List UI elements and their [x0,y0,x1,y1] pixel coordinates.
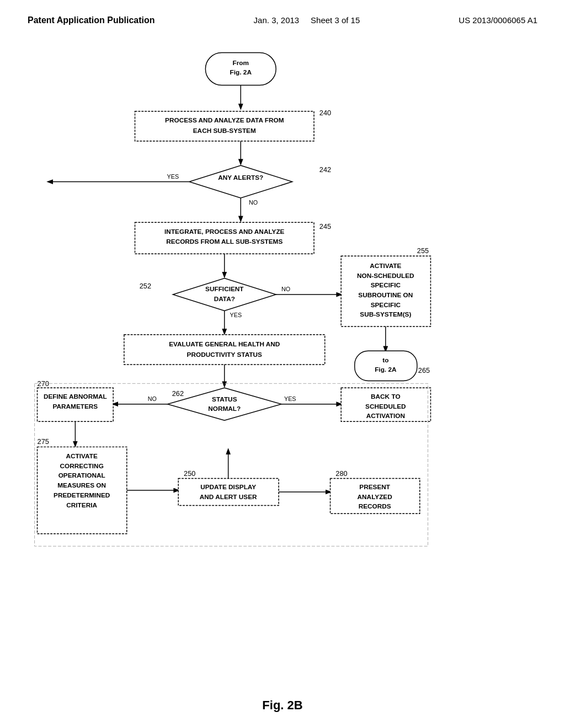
node-245-text1: INTEGRATE, PROCESS AND ANALYZE [164,228,285,235]
yes-label-252: YES [230,312,242,318]
label-255: 255 [417,247,429,255]
to-fig-line2: Fig. 2A [375,366,397,373]
node-275-text6: CRITERIA [66,501,97,509]
to-fig-line1: to [382,356,388,364]
node-250-text1: UPDATE DISPLAY [200,483,256,491]
node-275-text5: PREDETERMINED [54,491,110,499]
node-275-text1: ACTIVATE [66,452,98,460]
flowchart-svg: From Fig. 2A 240 PROCESS AND ANALYZE DAT… [0,36,565,687]
node-240-text1: PROCESS AND ANALYZE DATA FROM [165,116,284,124]
from-fig-line1: From [233,59,249,67]
yes-label-242: YES [167,173,179,180]
node-245-text2: RECORDS FROM ALL SUB-SYSTEMS [166,238,282,245]
no-label-252: NO [281,286,290,292]
node-280-text2: ANALYZED [358,493,393,501]
label-242: 242 [319,165,331,174]
node-275-text4: MEASURES ON [57,481,106,489]
yes-label-262: YES [284,395,296,402]
node-265-text1: BACK TO [371,393,401,400]
node-252-text2: DATA? [214,295,235,303]
node-255-text2: NON-SCHEDULED [357,272,414,280]
node-255-text4: SUBROUTINE ON [358,291,413,299]
svg-marker-17 [168,388,282,420]
header-date: Jan. 3, 2013 [254,15,300,25]
node-265-text2: SCHEDULED [365,403,406,410]
node-270-text2: PARAMETERS [53,403,98,410]
svg-rect-25 [178,478,279,505]
header-right: US 2013/0006065 A1 [459,15,537,25]
label-265: 265 [418,366,430,374]
node-250-text2: AND ALERT USER [200,493,257,501]
svg-rect-15 [124,335,325,365]
node-265-text3: ACTIVATION [366,412,405,420]
node-262-text2: NORMAL? [208,405,241,413]
header-center: Jan. 3, 2013 Sheet 3 of 15 [254,15,360,25]
svg-rect-2 [135,111,315,141]
node-262-text1: STATUS [212,395,237,403]
header-left: Patent Application Publication [28,15,155,25]
node-260-text1: EVALUATE GENERAL HEALTH AND [169,340,280,348]
svg-marker-4 [189,165,292,198]
label-250: 250 [184,469,195,478]
no-label-242: NO [249,199,258,206]
label-245: 245 [319,222,331,231]
label-240: 240 [319,109,331,117]
node-255-text1: ACTIVATE [370,262,401,270]
no-label-262: NO [148,395,157,402]
node-255-text3: SPECIFIC [371,281,401,289]
label-280: 280 [335,469,347,478]
node-280-text3: RECORDS [359,502,391,510]
fig-label: Fig. 2B [0,698,565,713]
node-260-text2: PRODUCTIVITY STATUS [187,351,262,358]
page-header: Patent Application Publication Jan. 3, 2… [0,0,565,31]
node-255-text5: SPECIFIC [371,301,401,309]
node-252-text1: SUFFICIENT [205,285,244,293]
node-242-text1: ANY ALERTS? [218,174,263,181]
diagram-area: From Fig. 2A 240 PROCESS AND ANALYZE DAT… [0,36,565,687]
node-240-text2: EACH SUB-SYSTEM [193,127,256,135]
node-255-text6: SUB-SYSTEM(S) [360,311,411,318]
label-262: 262 [172,389,184,398]
node-280-text1: PRESENT [359,483,391,491]
header-sheet: Sheet 3 of 15 [311,15,360,25]
node-270-text1: DEFINE ABNORMAL [44,393,107,400]
from-fig-line2: Fig. 2A [230,68,252,76]
node-275-text3: OPERATIONAL [58,472,105,479]
node-275-text2: CORRECTING [60,462,104,470]
label-252: 252 [140,282,151,290]
label-275: 275 [38,437,49,446]
